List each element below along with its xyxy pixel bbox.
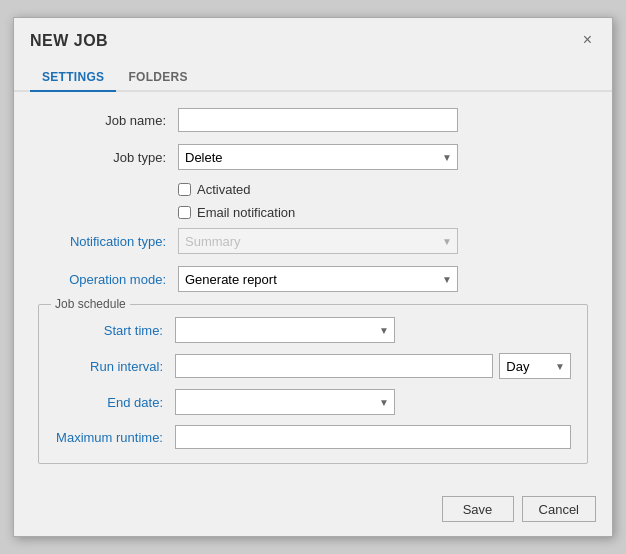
job-name-label: Job name:: [38, 113, 178, 128]
start-time-control: ▼: [175, 317, 571, 343]
close-button[interactable]: ×: [579, 32, 596, 48]
run-interval-label: Run interval:: [55, 359, 175, 374]
start-time-label: Start time:: [55, 323, 175, 338]
dialog-header: NEW JOB ×: [14, 18, 612, 50]
operation-mode-row: Operation mode: Generate report Execute …: [38, 266, 588, 292]
run-interval-unit-wrapper: Day Hour Minute Week Month ▼: [499, 353, 571, 379]
notification-type-select-wrapper: Summary ▼: [178, 228, 458, 254]
maximum-runtime-input[interactable]: [175, 425, 571, 449]
job-name-input[interactable]: [178, 108, 458, 132]
cancel-button[interactable]: Cancel: [522, 496, 596, 522]
activated-checkbox[interactable]: [178, 183, 191, 196]
tab-folders[interactable]: FOLDERS: [116, 64, 199, 92]
end-date-select-wrapper: ▼: [175, 389, 395, 415]
run-interval-unit-select[interactable]: Day Hour Minute Week Month: [499, 353, 571, 379]
run-interval-control: Day Hour Minute Week Month ▼: [175, 353, 571, 379]
job-name-row: Job name:: [38, 108, 588, 132]
maximum-runtime-label: Maximum runtime:: [55, 430, 175, 445]
dialog-body: Job name: Job type: Delete Copy Move Arc…: [14, 92, 612, 486]
notification-type-select[interactable]: Summary: [178, 228, 458, 254]
end-date-label: End date:: [55, 395, 175, 410]
start-time-row: Start time: ▼: [55, 317, 571, 343]
dialog-title: NEW JOB: [30, 32, 108, 50]
notification-type-label: Notification type:: [38, 234, 178, 249]
job-name-control: [178, 108, 458, 132]
run-interval-row: Run interval: Day Hour Minute Week Month…: [55, 353, 571, 379]
dialog-footer: Save Cancel: [14, 486, 612, 536]
operation-mode-label: Operation mode:: [38, 272, 178, 287]
start-time-select[interactable]: [175, 317, 395, 343]
run-interval-input[interactable]: [175, 354, 493, 378]
job-type-row: Job type: Delete Copy Move Archive ▼: [38, 144, 588, 170]
maximum-runtime-row: Maximum runtime:: [55, 425, 571, 449]
activated-label[interactable]: Activated: [197, 182, 250, 197]
tab-settings[interactable]: SETTINGS: [30, 64, 116, 92]
end-date-select[interactable]: [175, 389, 395, 415]
job-schedule-legend: Job schedule: [51, 297, 130, 311]
new-job-dialog: NEW JOB × SETTINGS FOLDERS Job name: Job…: [13, 17, 613, 537]
maximum-runtime-control: [175, 425, 571, 449]
job-type-label: Job type:: [38, 150, 178, 165]
email-notification-checkbox[interactable]: [178, 206, 191, 219]
operation-mode-select-wrapper: Generate report Execute Simulate ▼: [178, 266, 458, 292]
tabs-container: SETTINGS FOLDERS: [14, 56, 612, 92]
email-notification-label[interactable]: Email notification: [197, 205, 295, 220]
job-type-select-wrapper: Delete Copy Move Archive ▼: [178, 144, 458, 170]
start-time-select-wrapper: ▼: [175, 317, 395, 343]
notification-type-row: Notification type: Summary ▼: [38, 228, 588, 254]
operation-mode-select[interactable]: Generate report Execute Simulate: [178, 266, 458, 292]
job-schedule-section: Job schedule Start time: ▼ Run interval:: [38, 304, 588, 464]
activated-row: Activated: [178, 182, 588, 197]
email-notification-row: Email notification: [178, 205, 588, 220]
save-button[interactable]: Save: [442, 496, 514, 522]
end-date-row: End date: ▼: [55, 389, 571, 415]
job-type-select[interactable]: Delete Copy Move Archive: [178, 144, 458, 170]
end-date-control: ▼: [175, 389, 571, 415]
